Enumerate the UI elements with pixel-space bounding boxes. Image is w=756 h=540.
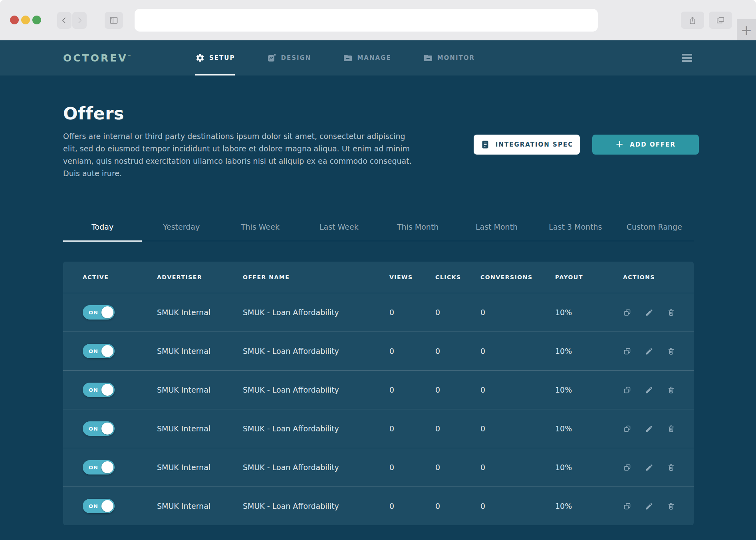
design-icon: [267, 53, 276, 63]
clicks-cell: 0: [435, 424, 480, 433]
new-tab-button[interactable]: +: [737, 19, 756, 40]
toggle-knob: [101, 384, 113, 396]
active-toggle[interactable]: ON: [83, 344, 115, 358]
tab-this-week[interactable]: This Week: [221, 217, 300, 241]
active-toggle[interactable]: ON: [83, 421, 115, 436]
nav-item-label: DESIGN: [281, 54, 311, 62]
duplicate-icon[interactable]: [623, 425, 631, 433]
octorev-logo: OCTOREV™: [63, 52, 131, 64]
trash-icon[interactable]: [667, 425, 675, 433]
browser-forward-button[interactable]: [72, 12, 87, 29]
tab-this-month[interactable]: This Month: [379, 217, 457, 241]
document-icon: [480, 140, 490, 149]
page-content: Offers Offers are internal or third part…: [0, 75, 756, 525]
table-row: ON SMUK Internal SMUK - Loan Affordabili…: [63, 332, 694, 370]
offer-name-cell: SMUK - Loan Affordability: [243, 308, 389, 317]
gear-icon: [195, 53, 205, 63]
views-cell: 0: [389, 385, 435, 394]
offer-name-cell: SMUK - Loan Affordability: [243, 385, 389, 394]
conversions-cell: 0: [480, 347, 555, 355]
nav-item-monitor[interactable]: MONITOR: [423, 40, 475, 75]
payout-cell: 10%: [555, 347, 623, 355]
plus-icon: +: [615, 139, 624, 150]
browser-back-button[interactable]: [57, 12, 71, 29]
duplicate-icon[interactable]: [623, 463, 631, 472]
add-offer-button[interactable]: + ADD OFFER: [592, 135, 699, 155]
row-actions: [623, 386, 694, 394]
date-range-tabs: Today Yesterday This Week Last Week This…: [63, 217, 694, 241]
nav-item-design[interactable]: DESIGN: [267, 40, 311, 75]
share-button[interactable]: [681, 12, 704, 29]
clicks-cell: 0: [435, 463, 480, 472]
active-toggle[interactable]: ON: [83, 460, 115, 474]
duplicate-icon[interactable]: [623, 386, 631, 394]
toggle-knob: [101, 423, 113, 435]
close-window-button[interactable]: [10, 16, 19, 24]
clicks-cell: 0: [435, 347, 480, 355]
edit-pencil-icon[interactable]: [645, 308, 653, 317]
active-toggle[interactable]: ON: [83, 499, 115, 513]
table-row: ON SMUK Internal SMUK - Loan Affordabili…: [63, 486, 694, 525]
duplicate-icon[interactable]: [623, 502, 631, 510]
page-description: Offers are internal or third party desti…: [63, 130, 417, 180]
row-actions: [623, 502, 694, 510]
sidebar-icon: [109, 16, 119, 25]
clicks-cell: 0: [435, 385, 480, 394]
column-header-active: ACTIVE: [83, 274, 157, 280]
row-actions: [623, 463, 694, 472]
advertiser-cell: SMUK Internal: [157, 502, 243, 510]
trash-icon[interactable]: [667, 386, 675, 394]
column-header-views: VIEWS: [389, 274, 435, 280]
tab-today[interactable]: Today: [63, 217, 142, 241]
clicks-cell: 0: [435, 502, 480, 510]
tab-overview-button[interactable]: [709, 12, 732, 29]
duplicate-icon[interactable]: [623, 308, 631, 317]
nav-item-setup[interactable]: SETUP: [195, 40, 235, 75]
folder-icon: [343, 53, 353, 63]
tab-last-week[interactable]: Last Week: [300, 217, 378, 241]
table-header-row: ACTIVE ADVERTISER OFFER NAME VIEWS CLICK…: [63, 262, 694, 293]
edit-pencil-icon[interactable]: [645, 463, 653, 472]
views-cell: 0: [389, 502, 435, 510]
trash-icon[interactable]: [667, 308, 675, 317]
tab-custom-range[interactable]: Custom Range: [615, 217, 694, 241]
tab-yesterday[interactable]: Yesterday: [142, 217, 220, 241]
edit-pencil-icon[interactable]: [645, 347, 653, 355]
browser-chrome: +: [0, 0, 756, 40]
table-row: ON SMUK Internal SMUK - Loan Affordabili…: [63, 409, 694, 448]
tab-last-3-months[interactable]: Last 3 Months: [536, 217, 615, 241]
nav-item-label: MANAGE: [357, 54, 391, 62]
column-header-advertiser: ADVERTISER: [157, 274, 243, 280]
active-toggle[interactable]: ON: [83, 305, 115, 320]
tab-last-month[interactable]: Last Month: [457, 217, 536, 241]
app-navbar: OCTOREV™ SETUP DESIGN MANAGE: [0, 40, 756, 75]
toggle-knob: [101, 500, 113, 512]
trash-icon[interactable]: [667, 347, 675, 355]
payout-cell: 10%: [555, 463, 623, 472]
clicks-cell: 0: [435, 308, 480, 317]
row-actions: [623, 425, 694, 433]
toggle-on-label: ON: [89, 426, 98, 432]
active-toggle[interactable]: ON: [83, 383, 115, 397]
conversions-cell: 0: [480, 308, 555, 317]
tab-overview-icon: [716, 16, 725, 25]
offer-name-cell: SMUK - Loan Affordability: [243, 347, 389, 355]
hamburger-menu-icon[interactable]: [682, 54, 692, 62]
offer-name-cell: SMUK - Loan Affordability: [243, 463, 389, 472]
duplicate-icon[interactable]: [623, 347, 631, 355]
payout-cell: 10%: [555, 308, 623, 317]
add-offer-label: ADD OFFER: [630, 141, 676, 148]
nav-item-manage[interactable]: MANAGE: [343, 40, 391, 75]
edit-pencil-icon[interactable]: [645, 502, 653, 510]
minimize-window-button[interactable]: [21, 16, 30, 24]
sidebar-toggle-button[interactable]: [105, 12, 123, 29]
table-row: ON SMUK Internal SMUK - Loan Affordabili…: [63, 293, 694, 332]
trash-icon[interactable]: [667, 463, 675, 472]
traffic-lights: [10, 16, 41, 24]
zoom-window-button[interactable]: [32, 16, 41, 24]
trash-icon[interactable]: [667, 502, 675, 510]
url-address-bar[interactable]: [135, 9, 598, 32]
edit-pencil-icon[interactable]: [645, 425, 653, 433]
edit-pencil-icon[interactable]: [645, 386, 653, 394]
integration-spec-button[interactable]: INTEGRATION SPEC: [474, 135, 580, 155]
